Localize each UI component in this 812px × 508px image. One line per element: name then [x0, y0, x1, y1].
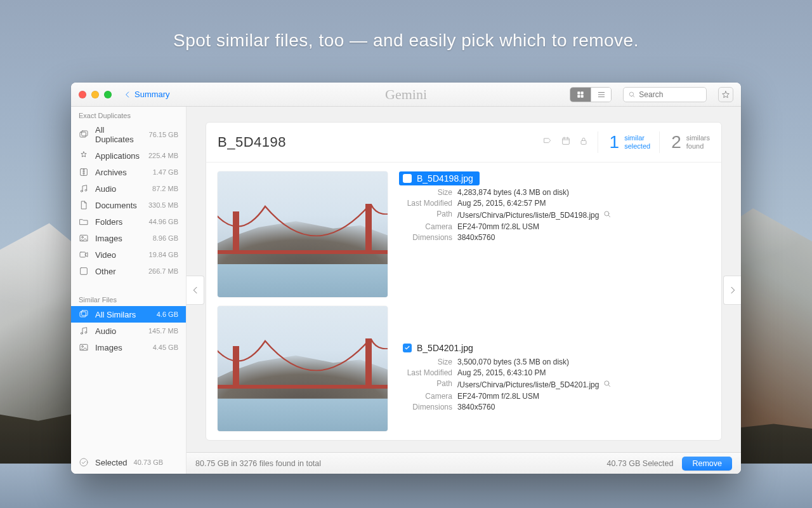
tag-icon[interactable]	[543, 136, 553, 149]
svg-point-7	[605, 211, 609, 216]
prev-group-button[interactable]	[187, 276, 204, 305]
sidebar-item-all-duplicates[interactable]: All Duplicates76.15 GB	[71, 122, 186, 147]
meta-key: Camera	[399, 222, 452, 231]
sidebar-item-audio[interactable]: Audio145.7 MB	[71, 323, 186, 339]
meta-value: Aug 25, 2015, 6:42:57 PM	[457, 199, 710, 208]
thumbnail[interactable]	[218, 171, 388, 297]
sidebar-item-size: 1.47 GB	[153, 168, 178, 176]
sidebar-item-size: 19.84 GB	[149, 251, 178, 258]
sidebar-selected-row[interactable]: Selected 40.73 GB	[71, 450, 186, 474]
check-circle-icon	[79, 457, 89, 467]
content-area: B_5D4198 1 similarselected 2 similarsfou…	[187, 107, 741, 474]
sidebar-item-label: Applications	[95, 151, 142, 161]
status-selected: 40.73 GB Selected	[607, 459, 674, 468]
file-details-column: B_5D4198.jpgSize4,283,874 bytes (4.3 MB …	[399, 171, 710, 431]
sidebar-item-size: 44.96 GB	[149, 218, 178, 225]
sidebar-item-documents[interactable]: Documents330.5 MB	[71, 197, 186, 213]
back-to-summary-button[interactable]: Summary	[123, 90, 170, 99]
sidebar-item-applications[interactable]: Applications225.4 MB	[71, 147, 186, 164]
meta-key: Path	[399, 379, 452, 390]
sidebar-item-label: Images	[95, 343, 147, 352]
sidebar-item-audio[interactable]: Audio87.2 MB	[71, 180, 186, 197]
sidebar-item-archives[interactable]: Archives1.47 GB	[71, 164, 186, 180]
similars-found-counter: 2 similarsfound	[659, 131, 710, 153]
svg-point-4	[80, 458, 88, 466]
file-checkbox[interactable]	[403, 174, 412, 183]
sidebar-item-label: All Similars	[95, 310, 150, 319]
meta-value: EF24-70mm f/2.8L USM	[457, 392, 710, 401]
search-icon	[629, 91, 635, 98]
sidebar-item-size: 4.45 GB	[153, 344, 178, 351]
group-title: B_5D4198	[218, 134, 534, 150]
meta-value: 3840x5760	[457, 233, 710, 242]
file-name-pill[interactable]: B_5D4198.jpg	[399, 171, 480, 185]
search-field[interactable]	[623, 87, 707, 102]
meta-key: Size	[399, 358, 452, 366]
sidebar-selected-label: Selected	[95, 458, 128, 467]
marketing-headline: Spot similar files, too — and easily pic…	[0, 30, 812, 51]
calendar-icon[interactable]	[561, 136, 571, 149]
grid-icon	[576, 90, 585, 99]
file-checkbox[interactable]	[403, 344, 412, 352]
list-view-button[interactable]	[591, 88, 611, 102]
sidebar-item-label: Documents	[95, 201, 142, 210]
archive-icon	[79, 167, 89, 177]
duplicates-icon	[79, 309, 89, 319]
meta-value: 3,500,070 bytes (3.5 MB on disk)	[457, 358, 710, 366]
sidebar-item-size: 330.5 MB	[148, 201, 178, 209]
sidebar-item-images[interactable]: Images4.45 GB	[71, 339, 186, 356]
sidebar-item-all-similars[interactable]: All Similars4.6 GB	[71, 306, 186, 323]
remove-button[interactable]: Remove	[682, 457, 732, 471]
panel-action-icons	[543, 136, 589, 149]
sidebar-section-title: Similar Files	[71, 291, 186, 306]
sidebar-item-size: 76.15 GB	[149, 131, 178, 138]
svg-rect-0	[577, 91, 580, 94]
sidebar-item-video[interactable]: Video19.84 GB	[71, 246, 186, 263]
sidebar-item-label: Audio	[95, 326, 142, 336]
file-name-pill[interactable]: B_5D4201.jpg	[399, 341, 480, 355]
meta-key: Camera	[399, 392, 452, 401]
sidebar-item-folders[interactable]: Folders44.96 GB	[71, 213, 186, 230]
sidebar-item-other[interactable]: Other266.7 MB	[71, 263, 186, 279]
search-input[interactable]	[639, 90, 701, 99]
meta-value: 3840x5760	[457, 403, 710, 411]
svg-rect-5	[562, 138, 569, 144]
lock-icon[interactable]	[579, 136, 589, 149]
audio-icon	[79, 184, 89, 194]
folder-icon	[79, 217, 89, 227]
next-group-button[interactable]	[723, 276, 741, 305]
audio-icon	[79, 326, 89, 336]
view-mode-segmented	[570, 87, 612, 102]
sidebar-item-size: 145.7 MB	[148, 327, 178, 335]
reveal-in-finder-icon[interactable]	[603, 210, 612, 220]
app-window: Summary Gemini Exact Duplicates All Dupl…	[71, 83, 741, 474]
chevron-left-icon	[190, 285, 200, 295]
minimize-window-button[interactable]	[91, 91, 99, 98]
favorites-button[interactable]	[718, 87, 733, 102]
file-name: B_5D4198.jpg	[417, 173, 473, 184]
meta-value: Aug 25, 2015, 6:43:10 PM	[457, 368, 710, 377]
document-icon	[79, 200, 89, 210]
meta-value: EF24-70mm f/2.8L USM	[457, 222, 710, 231]
svg-point-8	[605, 381, 609, 385]
sidebar-item-label: Audio	[95, 184, 146, 194]
sidebar-item-size: 266.7 MB	[148, 267, 178, 275]
meta-key: Path	[399, 210, 452, 220]
back-label: Summary	[134, 90, 170, 99]
svg-rect-3	[581, 95, 584, 97]
sidebar-item-label: Video	[95, 250, 143, 260]
meta-key: Dimensions	[399, 403, 452, 411]
title-bar: Summary Gemini	[71, 83, 741, 107]
image-icon	[79, 342, 89, 352]
image-icon	[79, 233, 89, 243]
detail-panel: B_5D4198 1 similarselected 2 similarsfou…	[206, 122, 722, 441]
sidebar-item-images[interactable]: Images8.96 GB	[71, 230, 186, 246]
grid-view-button[interactable]	[570, 88, 591, 102]
reveal-in-finder-icon[interactable]	[603, 379, 612, 390]
close-window-button[interactable]	[79, 91, 86, 98]
zoom-window-button[interactable]	[104, 91, 112, 98]
meta-value: /Users/Chirva/Pictures/liste/B_5D4198.jp…	[457, 210, 710, 220]
sidebar-section-title: Exact Duplicates	[71, 107, 186, 122]
thumbnail[interactable]	[218, 306, 388, 432]
file-name: B_5D4201.jpg	[417, 343, 473, 353]
